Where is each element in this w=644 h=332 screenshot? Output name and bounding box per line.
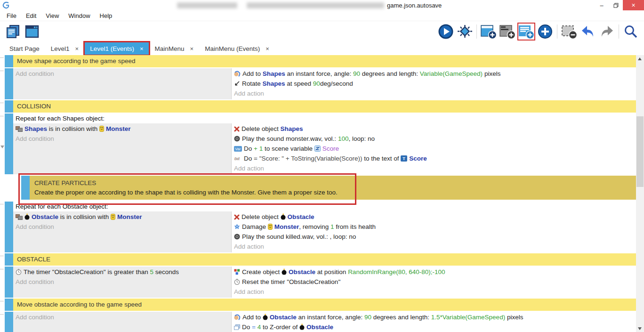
run-button[interactable]: [436, 22, 455, 41]
timer-icon: [234, 278, 240, 287]
event-drag-bar[interactable]: [5, 253, 13, 266]
add-extra-button[interactable]: [536, 22, 555, 41]
event-drag-bar[interactable]: [5, 100, 13, 113]
add-action-link[interactable]: Add action: [232, 163, 636, 173]
tab-close-icon[interactable]: ×: [140, 45, 144, 52]
menu-view[interactable]: View: [41, 12, 64, 19]
actions-cell: Delete object ObstacleDamage Monster, re…: [232, 211, 636, 252]
add-event-button[interactable]: [479, 22, 498, 41]
action-line[interactable]: txtDo = "Score: " + ToString(Variable(Sc…: [232, 154, 636, 163]
comment-collision: COLLISION: [5, 100, 636, 113]
add-action-link[interactable]: Add action: [232, 287, 636, 297]
menu-edit[interactable]: Edit: [21, 12, 41, 19]
action-line[interactable]: Do = 4 to Z-order of Obstacle: [232, 322, 636, 332]
scroll-up-arrow-icon[interactable]: [638, 57, 642, 60]
event-drag-bar[interactable]: [5, 55, 13, 67]
event-drag-bar[interactable]: [21, 176, 30, 200]
event-drag-bar[interactable]: [5, 113, 13, 174]
delete-icon: [234, 213, 240, 222]
scroll-thumb[interactable]: [636, 116, 644, 187]
tab-close-icon[interactable]: ×: [266, 45, 269, 52]
fold-arrow-icon[interactable]: [0, 146, 4, 148]
row-tick: [0, 314, 4, 315]
event-drag-bar[interactable]: [5, 267, 13, 298]
add-action-link[interactable]: Add action: [232, 242, 636, 251]
toolbar: [0, 21, 644, 42]
add-condition-link[interactable]: Add condition: [13, 222, 231, 232]
gdevelop-window: game.json.autosave – × FileEditViewWindo…: [0, 0, 644, 332]
action-line[interactable]: Reset the timer "ObstacleCreation": [232, 277, 636, 287]
add-condition-link[interactable]: Add condition: [13, 69, 231, 79]
add-comment-button[interactable]: [517, 22, 536, 41]
scene-editor-button[interactable]: [23, 22, 41, 41]
gdevelop-logo-icon: [2, 1, 11, 9]
damage-icon: [234, 223, 240, 232]
tab-close-icon[interactable]: ×: [75, 45, 79, 52]
tab-level1-events[interactable]: Level1 (Events)×: [84, 42, 149, 55]
svg-text:T: T: [403, 156, 406, 161]
action-line[interactable]: VarDo + 1 to scene variable Score: [232, 144, 636, 154]
action-line[interactable]: Add to Shapes an instant force, angle: 9…: [232, 69, 636, 79]
restore-button[interactable]: [609, 0, 623, 10]
event-drag-bar[interactable]: [5, 312, 13, 332]
action-line[interactable]: Add to Obstacle an instant force, angle:…: [232, 312, 636, 322]
add-condition-link[interactable]: Add condition: [13, 277, 231, 287]
redo-button[interactable]: [597, 22, 616, 41]
event-drag-bar[interactable]: [5, 68, 13, 99]
title-bar: game.json.autosave – ×: [0, 0, 644, 10]
tab-close-icon[interactable]: ×: [190, 45, 194, 52]
menu-window[interactable]: Window: [64, 12, 95, 19]
toolbar-separator: [476, 24, 477, 39]
add-subevent-button[interactable]: [498, 22, 517, 41]
vertical-scrollbar[interactable]: [636, 55, 644, 332]
action-line[interactable]: Damage Monster, removing 1 from its heal…: [232, 222, 636, 232]
close-button[interactable]: ×: [623, 0, 644, 10]
tab-mainmenu[interactable]: MainMenu×: [149, 42, 200, 55]
action-line[interactable]: Play the sound killed.wav, vol.: , loop:…: [232, 232, 636, 242]
project-manager-button[interactable]: [4, 22, 23, 41]
comment-body: Create the proper one according to the s…: [34, 188, 631, 197]
comment-create-particles: CREATE PARTICLESCreate the proper one ac…: [21, 176, 636, 200]
remove-event-button[interactable]: [560, 22, 579, 41]
collision-icon: [16, 125, 23, 134]
tab-start-page[interactable]: Start Page: [4, 42, 45, 55]
tab-mainmenu-events[interactable]: MainMenu (Events)×: [199, 42, 275, 55]
condition-line[interactable]: Obstacle is in collision with Monster: [13, 212, 231, 222]
comment-block[interactable]: CREATE PARTICLESCreate the proper one ac…: [30, 176, 636, 200]
add-condition-link[interactable]: Add condition: [13, 312, 231, 322]
event-foreach-header[interactable]: Repeat for each Obstacle object:: [13, 202, 636, 211]
condition-line[interactable]: Shapes is in collision with Monster: [13, 124, 231, 134]
action-line[interactable]: Delete object Obstacle: [232, 212, 636, 222]
event-drag-bar[interactable]: [5, 202, 13, 252]
window-title: game.json.autosave: [387, 2, 442, 9]
action-line[interactable]: Delete object Shapes: [232, 124, 636, 134]
comment-block[interactable]: Move obstacle according to the game spee…: [13, 299, 636, 311]
scroll-down-arrow-icon[interactable]: [638, 327, 642, 330]
minimize-button[interactable]: –: [595, 0, 609, 10]
window-controls: – ×: [595, 0, 644, 10]
row-tick: [0, 269, 4, 269]
tab-level1[interactable]: Level1×: [45, 42, 84, 55]
zorder-icon: [234, 323, 240, 332]
comment-block[interactable]: Move shape according to the game speed: [13, 55, 636, 67]
event-drag-bar[interactable]: [5, 299, 13, 311]
condition-line[interactable]: The timer "ObstacleCreation" is greater …: [13, 267, 231, 277]
action-line[interactable]: Play the sound monster.wav, vol.: 100, l…: [232, 134, 636, 144]
add-action-link[interactable]: Add action: [232, 89, 636, 98]
sound-icon: [234, 233, 240, 242]
action-line[interactable]: Rotate Shapes at speed 90deg/second: [232, 79, 636, 89]
undo-button[interactable]: [579, 22, 597, 41]
menu-file[interactable]: File: [2, 12, 21, 19]
blurred-title-text: [177, 2, 237, 8]
search-button[interactable]: [621, 22, 640, 41]
event-foreach-header[interactable]: Repeat for each Shapes object:: [13, 113, 636, 123]
row-tick: [0, 204, 4, 204]
comment-block[interactable]: OBSTACLE: [13, 253, 636, 266]
conditions-cell: The timer "ObstacleCreation" is greater …: [13, 267, 232, 298]
action-line[interactable]: Create object Obstacle at position Rando…: [232, 267, 636, 277]
comment-block[interactable]: COLLISION: [13, 100, 636, 113]
menu-help[interactable]: Help: [95, 12, 117, 19]
comment-obstacle: OBSTACLE: [5, 253, 636, 266]
debug-button[interactable]: [455, 22, 474, 41]
add-condition-link[interactable]: Add condition: [13, 134, 231, 144]
